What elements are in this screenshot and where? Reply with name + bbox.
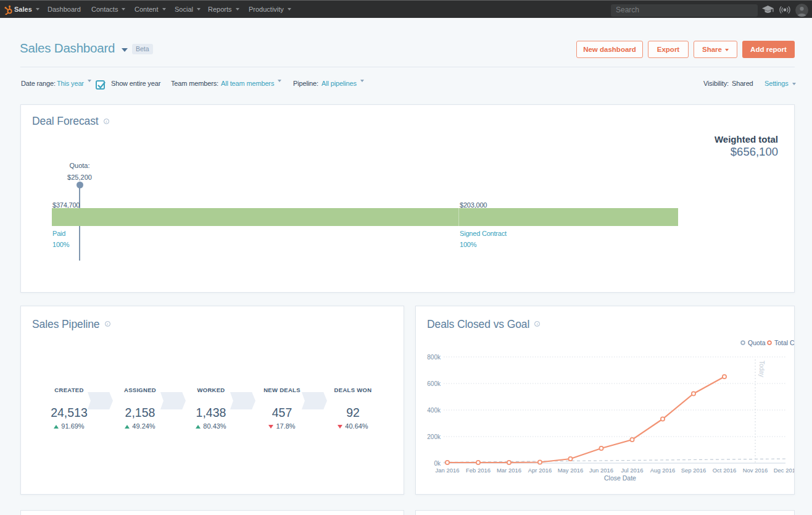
- svg-text:Quota: Quota: [748, 339, 766, 346]
- svg-text:600k: 600k: [427, 380, 441, 387]
- svg-text:Apr 2016: Apr 2016: [528, 467, 552, 474]
- svg-text:Jul 2016: Jul 2016: [621, 467, 644, 474]
- svg-text:Close Date: Close Date: [604, 474, 636, 482]
- svg-text:Aug 2016: Aug 2016: [650, 467, 676, 474]
- svg-text:Mar 2016: Mar 2016: [497, 467, 521, 474]
- svg-text:0k: 0k: [434, 460, 441, 467]
- svg-text:Jun 2016: Jun 2016: [589, 467, 613, 474]
- svg-text:Jan 2016: Jan 2016: [435, 467, 459, 474]
- svg-text:Nov 2016: Nov 2016: [743, 467, 768, 474]
- svg-text:Total C: Total C: [774, 339, 795, 346]
- svg-text:800k: 800k: [427, 354, 441, 361]
- svg-text:Today: Today: [758, 361, 765, 377]
- svg-text:Feb 2016: Feb 2016: [466, 467, 491, 474]
- svg-text:Oct 2016: Oct 2016: [713, 467, 737, 474]
- svg-text:200k: 200k: [427, 433, 441, 440]
- svg-text:Sep 2016: Sep 2016: [681, 467, 706, 474]
- svg-text:Dec 2016: Dec 2016: [774, 467, 795, 474]
- svg-text:400k: 400k: [427, 407, 441, 414]
- svg-text:May 2016: May 2016: [558, 467, 584, 474]
